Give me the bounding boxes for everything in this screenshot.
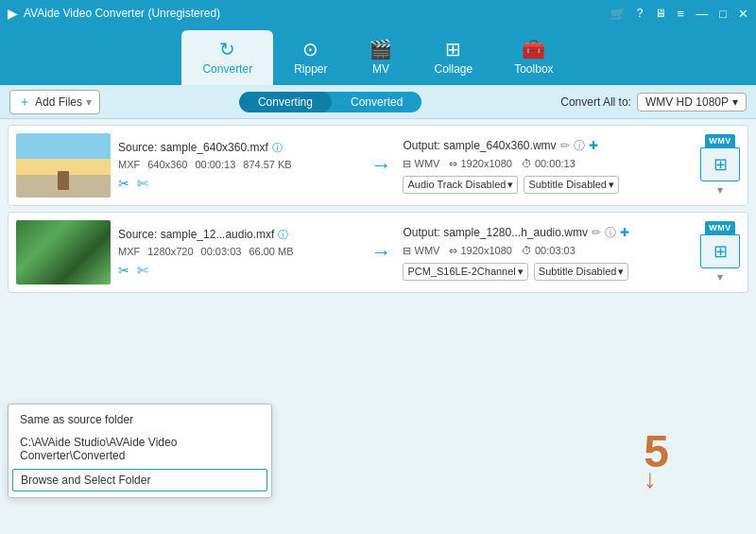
- file-source-2: Source: sample_12...audio.mxf ⓘ: [118, 228, 359, 242]
- collage-icon: ⊞: [445, 38, 461, 60]
- output-selects-1: Audio Track Disabled ▾ Subtitle Disabled…: [403, 176, 693, 194]
- out-res-2: ⇔ 1920x1080: [449, 245, 512, 257]
- cart-icon[interactable]: 🛒: [610, 7, 626, 21]
- output-section-1: Output: sample_640x360.wmv ✏ ⓘ ✚ ⊟ WMV ⇔…: [403, 138, 693, 194]
- info-icon-out-1[interactable]: ⓘ: [574, 138, 585, 154]
- add-icon-2[interactable]: ✚: [620, 226, 629, 239]
- help-icon[interactable]: ?: [637, 7, 644, 20]
- audio-track-label-2: PCM_S16LE-2Channel: [407, 266, 515, 277]
- output-name-2: Output: sample_1280...h_audio.wmv ✏ ⓘ ✚: [403, 225, 693, 241]
- output-label-1: Output: sample_640x360.wmv: [403, 139, 556, 152]
- edit-icon-2[interactable]: ✏: [592, 226, 601, 239]
- resolution-2: 1280x720: [147, 246, 193, 257]
- wmv-icon-2[interactable]: ⊞: [700, 234, 740, 268]
- add-files-button[interactable]: ＋ Add Files ▾: [9, 90, 100, 114]
- output-name-1: Output: sample_640x360.wmv ✏ ⓘ ✚: [403, 138, 693, 154]
- tab-converting[interactable]: Converting: [239, 92, 332, 112]
- wmv-icon-1[interactable]: ⊞: [700, 147, 740, 181]
- format-dropdown-icon: ▾: [732, 95, 738, 109]
- nav-toolbox-label: Toolbox: [514, 62, 553, 76]
- output-selects-2: PCM_S16LE-2Channel ▾ Subtitle Disabled ▾: [403, 263, 693, 281]
- title-bar: ▶ AVAide Video Converter (Unregistered) …: [0, 0, 756, 26]
- subtitle-select-1[interactable]: Subtitle Disabled ▾: [524, 176, 619, 194]
- audio-track-select-2[interactable]: PCM_S16LE-2Channel ▾: [403, 263, 527, 281]
- output-meta-2: ⊟ WMV ⇔ 1920x1080 ⏱ 00:03:03: [403, 245, 693, 257]
- format-label: WMV HD 1080P: [645, 95, 729, 109]
- resolution-1: 640x360: [147, 159, 187, 170]
- wmv-col-1: WMV ⊞ ▾: [700, 134, 740, 197]
- app-logo-icon: ▶: [8, 6, 18, 21]
- nav-toolbox[interactable]: 🧰 Toolbox: [493, 30, 574, 85]
- dropdown-same-source[interactable]: Same as source folder: [9, 408, 271, 431]
- menu-icon[interactable]: ≡: [678, 7, 685, 21]
- cut-icon-2[interactable]: ✂: [118, 263, 129, 278]
- wmv-dropdown-2[interactable]: ▾: [717, 270, 723, 284]
- file-actions-1: ✂ ✄: [118, 176, 359, 191]
- info-icon-2[interactable]: ⓘ: [278, 228, 288, 242]
- out-format-1: ⊟ WMV: [403, 158, 439, 170]
- duration-2: 00:03:03: [201, 246, 242, 257]
- dropdown-converted-folder[interactable]: C:\AVAide Studio\AVAide Video Converter\…: [9, 431, 271, 467]
- minimize-button[interactable]: —: [696, 7, 708, 21]
- subtitle-dropdown-icon-2: ▾: [618, 266, 624, 278]
- audio-track-select-1[interactable]: Audio Track Disabled ▾: [403, 176, 518, 194]
- audio-track-label-1: Audio Track Disabled: [407, 179, 506, 190]
- wmv-badge-1: WMV: [705, 134, 735, 147]
- subtitle-select-2[interactable]: Subtitle Disabled ▾: [534, 263, 629, 281]
- add-files-label: Add Files: [35, 95, 82, 109]
- duration-1: 00:00:13: [195, 159, 235, 170]
- wmv-dropdown-1[interactable]: ▾: [717, 183, 723, 197]
- output-meta-1: ⊟ WMV ⇔ 1920x1080 ⏱ 00:00:13: [403, 158, 693, 170]
- nav-mv[interactable]: 🎬 MV: [348, 30, 413, 85]
- format-2: MXF: [118, 246, 140, 257]
- wmv-col-2: WMV ⊞ ▾: [700, 221, 740, 284]
- restore-button[interactable]: □: [719, 7, 727, 21]
- mv-icon: 🎬: [369, 38, 392, 60]
- file-item-2: Source: sample_12...audio.mxf ⓘ MXF 1280…: [8, 212, 748, 293]
- audio-dropdown-icon-2: ▾: [518, 266, 524, 278]
- toolbox-icon: 🧰: [522, 38, 545, 60]
- size-2: 66.00 MB: [249, 246, 293, 257]
- monitor-icon[interactable]: 🖥: [655, 7, 666, 20]
- arrow-1: →: [367, 153, 395, 178]
- wmv-badge-2: WMV: [705, 221, 735, 234]
- file-source-1: Source: sample_640x360.mxf ⓘ: [118, 141, 359, 155]
- info-icon-1[interactable]: ⓘ: [272, 141, 283, 155]
- add-icon-1[interactable]: ✚: [589, 139, 598, 152]
- tab-converted[interactable]: Converted: [332, 92, 421, 112]
- convert-all-to: Convert All to: WMV HD 1080P ▾: [560, 93, 747, 112]
- converter-icon: ↻: [219, 38, 235, 60]
- add-files-dropdown-icon[interactable]: ▾: [86, 95, 92, 109]
- subtitle-dropdown-icon-1: ▾: [609, 179, 614, 191]
- info-icon-out-2[interactable]: ⓘ: [605, 225, 616, 241]
- subtitle-label-1: Subtitle Disabled: [528, 179, 607, 190]
- out-dur-2: ⏱ 00:03:03: [522, 245, 576, 256]
- settings-icon-1[interactable]: ✄: [137, 176, 148, 191]
- output-section-2: Output: sample_1280...h_audio.wmv ✏ ⓘ ✚ …: [403, 225, 693, 281]
- cut-icon-1[interactable]: ✂: [118, 176, 129, 191]
- settings-icon-2[interactable]: ✄: [137, 263, 148, 278]
- nav-mv-label: MV: [372, 62, 389, 76]
- file-meta-2: MXF 1280x720 00:03:03 66.00 MB: [118, 246, 359, 257]
- save-dropdown-menu: Same as source folder C:\AVAide Studio\A…: [8, 404, 272, 498]
- arrow-2: →: [367, 240, 395, 265]
- tab-group: Converting Converted: [239, 92, 421, 112]
- out-format-2: ⊟ WMV: [403, 245, 439, 257]
- format-1: MXF: [118, 159, 140, 170]
- nav-converter[interactable]: ↻ Converter: [181, 30, 273, 85]
- dropdown-browse-folder[interactable]: Browse and Select Folder: [12, 469, 267, 491]
- source-name-1: Source: sample_640x360.mxf: [118, 141, 268, 154]
- format-selector[interactable]: WMV HD 1080P ▾: [637, 93, 747, 112]
- nav-ripper-label: Ripper: [294, 62, 327, 76]
- close-button[interactable]: ✕: [738, 7, 748, 21]
- edit-icon-1[interactable]: ✏: [560, 139, 570, 152]
- nav-collage[interactable]: ⊞ Collage: [413, 30, 493, 85]
- file-actions-2: ✂ ✄: [118, 263, 359, 278]
- step-arrow: ↓: [644, 464, 657, 494]
- thumb-beach-image: [16, 133, 111, 198]
- nav-ripper[interactable]: ⊙ Ripper: [273, 30, 348, 85]
- file-thumb-1: [16, 133, 111, 198]
- file-thumb-2: [16, 220, 111, 284]
- ripper-icon: ⊙: [302, 38, 318, 60]
- nav-converter-label: Converter: [202, 62, 252, 76]
